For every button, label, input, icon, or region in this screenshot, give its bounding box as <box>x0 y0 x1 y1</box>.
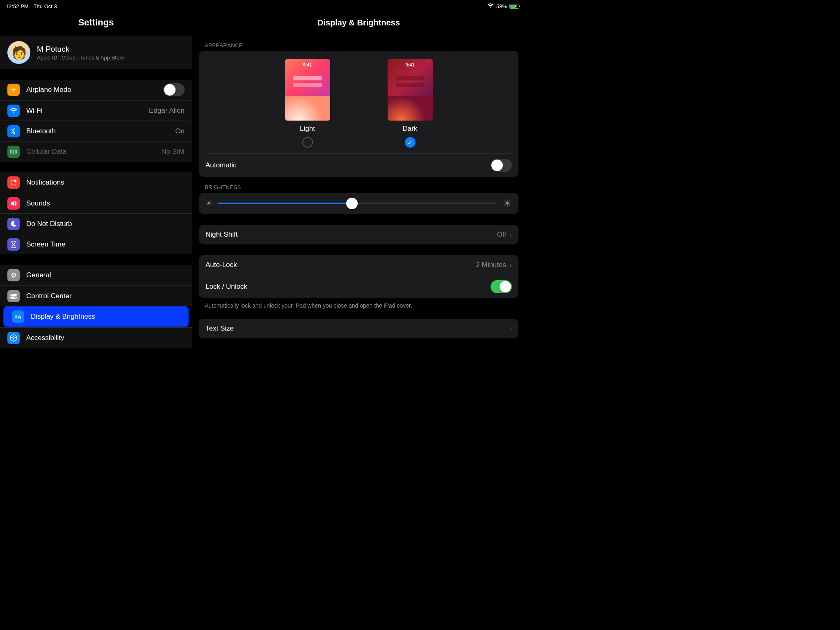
sidebar-title: Settings <box>0 11 192 36</box>
svg-point-3 <box>11 294 12 295</box>
gear-icon: ⚙︎ <box>7 269 20 281</box>
sidebar-item-airplane[interactable]: ✈︎ Airplane Mode <box>0 80 192 100</box>
detail-title: Display & Brightness <box>192 11 525 35</box>
textsize-icon: AA <box>12 310 24 323</box>
profile-name: M Potuck <box>37 45 124 54</box>
moon-icon <box>7 218 20 230</box>
status-time: 12:52 PM <box>6 3 29 9</box>
notifications-icon <box>7 176 20 189</box>
appearance-dark[interactable]: 9:41 Dark ✓ <box>388 59 433 148</box>
sidebar-item-screentime[interactable]: Screen Time <box>0 234 192 254</box>
autolock-row[interactable]: Auto-Lock 2 Minutes › <box>199 255 518 275</box>
sun-large-icon: ☀︎ <box>503 198 512 209</box>
status-bar: 12:52 PM Thu Oct 3 58% ⚡ <box>0 0 525 11</box>
appearance-light[interactable]: 9:41 Light <box>285 59 330 148</box>
sidebar-item-bluetooth[interactable]: Bluetooth On <box>0 121 192 141</box>
sidebar-item-notifications[interactable]: Notifications <box>0 172 192 193</box>
svg-point-1 <box>14 180 16 182</box>
sidebar-item-wifi[interactable]: Wi-Fi Edgar Allen <box>0 100 192 121</box>
sidebar-item-cellular[interactable]: Cellular Data No SIM <box>0 141 192 162</box>
sounds-icon <box>7 197 20 210</box>
chevron-right-icon: › <box>509 231 512 239</box>
nightshift-row[interactable]: Night Shift Off › <box>199 225 518 244</box>
lock-card: Auto-Lock 2 Minutes › Lock / Unlock <box>199 255 518 298</box>
profile-sub: Apple ID, iCloud, iTunes & App Store <box>37 55 124 61</box>
dark-preview: 9:41 <box>388 59 433 121</box>
hourglass-icon <box>7 238 20 251</box>
sidebar-item-accessibility[interactable]: Accessibility <box>0 327 192 348</box>
avatar: 🧑 <box>7 41 30 64</box>
sidebar-item-controlcenter[interactable]: Control Center <box>0 285 192 306</box>
automatic-row[interactable]: Automatic <box>199 154 518 177</box>
light-preview: 9:41 <box>285 59 330 121</box>
textsize-row[interactable]: Text Size › <box>199 319 518 338</box>
wifi-icon <box>7 105 20 117</box>
accessibility-icon <box>7 332 20 344</box>
sidebar-item-display[interactable]: AA Display & Brightness <box>3 306 189 327</box>
detail-pane: Display & Brightness APPEARANCE 9:41 Lig… <box>192 11 525 394</box>
profile-row[interactable]: 🧑 M Potuck Apple ID, iCloud, iTunes & Ap… <box>0 36 192 69</box>
lockunlock-toggle[interactable] <box>491 280 512 293</box>
connectivity-group: ✈︎ Airplane Mode Wi-Fi Edgar Allen Bluet… <box>0 80 192 162</box>
chevron-right-icon: › <box>509 261 512 269</box>
dark-radio[interactable]: ✓ <box>405 137 415 148</box>
nightshift-card: Night Shift Off › <box>199 225 518 244</box>
wifi-icon <box>487 3 494 9</box>
chevron-right-icon: › <box>509 324 512 333</box>
airplane-toggle[interactable] <box>163 83 185 96</box>
bluetooth-icon <box>7 125 20 137</box>
lockunlock-row[interactable]: Lock / Unlock <box>199 275 518 298</box>
textsize-card: Text Size › <box>199 319 518 338</box>
airplane-icon: ✈︎ <box>7 84 20 96</box>
brightness-slider[interactable] <box>218 203 497 204</box>
toggles-icon <box>7 290 20 302</box>
cellular-icon <box>7 146 20 158</box>
status-date: Thu Oct 3 <box>34 3 57 9</box>
svg-point-5 <box>15 297 16 298</box>
lock-note: Automatically lock and unlock your iPad … <box>192 298 525 313</box>
light-radio[interactable] <box>302 137 313 148</box>
sidebar-item-general[interactable]: ⚙︎ General <box>0 265 192 285</box>
settings-sidebar: Settings 🧑 M Potuck Apple ID, iCloud, iT… <box>0 11 192 394</box>
sidebar-item-sounds[interactable]: Sounds <box>0 193 192 213</box>
sidebar-item-dnd[interactable]: Do Not Disturb <box>0 213 192 234</box>
automatic-toggle[interactable] <box>491 159 512 172</box>
battery-icon: ⚡ <box>509 4 519 9</box>
battery-percent: 58% <box>496 3 507 9</box>
svg-point-7 <box>13 336 14 337</box>
alerts-group: Notifications Sounds Do Not Disturb Scre… <box>0 172 192 254</box>
system-group: ⚙︎ General Control Center AA Display & B… <box>0 265 192 348</box>
appearance-card: 9:41 Light 9:41 Dark ✓ Automatic <box>199 51 518 177</box>
brightness-header: BRIGHTNESS <box>192 177 525 193</box>
brightness-card: ☀︎ ☀︎ <box>199 193 518 214</box>
appearance-header: APPEARANCE <box>192 35 525 51</box>
sun-small-icon: ☀︎ <box>205 199 212 208</box>
